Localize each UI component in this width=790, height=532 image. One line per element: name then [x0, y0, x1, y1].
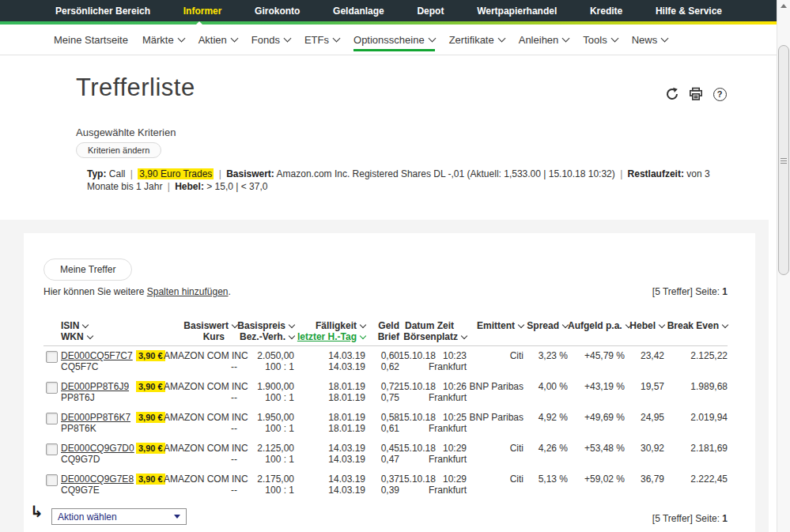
- kurs-value: --: [164, 454, 237, 465]
- basiswert-value: AMAZON COM INC: [164, 412, 237, 423]
- bezugsverhaeltnis-value: 100 : 1: [237, 423, 294, 434]
- subnav-optionsscheine[interactable]: Optionsscheine: [353, 25, 435, 55]
- change-criteria-button[interactable]: Kriterien ändern: [76, 142, 161, 158]
- basiswert-value: AMAZON COM INC: [164, 381, 237, 392]
- subnav-fonds[interactable]: Fonds: [251, 25, 290, 55]
- price-badge: 3,90 €: [136, 474, 165, 485]
- refresh-icon[interactable]: [664, 86, 680, 102]
- subnav-anleihen[interactable]: Anleihen: [519, 25, 569, 55]
- kurs-value: --: [164, 361, 237, 372]
- brief-value: 0,62: [365, 361, 399, 372]
- column-header-emittent[interactable]: Emittent: [467, 320, 524, 346]
- wkn-label: PP8T6J: [61, 392, 134, 403]
- datum-value: 15.10.18: [399, 381, 436, 392]
- column-header-faelligkeit[interactable]: Fälligkeit letzter H.-Tag: [294, 320, 365, 346]
- subnav-meine-startseite[interactable]: Meine Startseite: [54, 25, 128, 55]
- brief-value: 0,39: [365, 485, 399, 496]
- zeit-value: 10:23: [443, 350, 467, 361]
- help-icon[interactable]: ?: [712, 86, 728, 102]
- geld-value: 0,45: [365, 443, 399, 454]
- active-sort-letzter-h-tag[interactable]: letzter H.-Tag: [297, 331, 357, 342]
- sort-chevron-icon: [659, 322, 665, 328]
- tab-meine-treffer[interactable]: Meine Treffer: [43, 258, 132, 281]
- isin-link[interactable]: DE000CQ9G7D0: [61, 443, 134, 454]
- criteria-hebel-label: Hebel:: [175, 181, 204, 192]
- results-section: Meine Treffer Hier können Sie weitere Sp…: [0, 220, 777, 532]
- subnav-news[interactable]: News: [632, 25, 668, 55]
- chevron-down-icon: [610, 35, 618, 43]
- add-columns-link[interactable]: Spalten hinzufügen: [147, 286, 229, 297]
- spread-value: 4,26 %: [524, 443, 568, 454]
- column-header-basiswert-kurs[interactable]: Basiswert Kurs: [164, 320, 237, 346]
- aufgeld-value: +43,19 %: [568, 381, 625, 392]
- page-toolbar: ?: [664, 86, 728, 102]
- isin-link[interactable]: DE000CQ5F7C7: [61, 350, 133, 361]
- secondary-navigation-bar: Meine Startseite Märkte Aktien Fonds ETF…: [0, 25, 777, 55]
- select-dropdown-icon: [174, 515, 180, 519]
- vertical-scrollbar[interactable]: [777, 0, 790, 532]
- scrollbar-up-icon[interactable]: [781, 4, 787, 8]
- boersenplatz-value: Frankfurt: [399, 485, 467, 496]
- subnav-etfs[interactable]: ETFs: [304, 25, 339, 55]
- row-checkbox[interactable]: [46, 474, 58, 486]
- datum-value: 15.10.18: [399, 412, 436, 423]
- wkn-label: CQ9G7D: [61, 454, 134, 465]
- subnav-maerkte[interactable]: Märkte: [142, 25, 184, 55]
- column-header-spread[interactable]: Spread: [524, 320, 568, 346]
- geld-value: 0,37: [365, 474, 399, 485]
- kurs-value: --: [164, 423, 237, 434]
- page-title: Trefferliste: [76, 74, 195, 102]
- table-row: DE000PP8T6J9 PP8T6J 3,90 € AMAZON COM IN…: [43, 377, 728, 408]
- row-checkbox[interactable]: [46, 413, 58, 424]
- faelligkeit-value: 14.03.19: [294, 443, 365, 454]
- topnav-persoenlicher-bereich[interactable]: Persönlicher Bereich: [55, 6, 150, 17]
- column-header-datum-boersenplatz[interactable]: Datum Zeit Börsenplatz: [399, 320, 467, 346]
- brief-value: 0,75: [365, 392, 399, 403]
- scrollbar-thumb[interactable]: [778, 45, 789, 275]
- spread-value: 5,13 %: [524, 474, 568, 485]
- geld-value: 0,60: [365, 350, 399, 361]
- bezugsverhaeltnis-value: 100 : 1: [237, 485, 294, 496]
- topnav-wertpapierhandel[interactable]: Wertpapierhandel: [477, 6, 557, 17]
- sort-chevron-icon: [86, 333, 93, 339]
- isin-link[interactable]: DE000PP8T6K7: [61, 412, 130, 423]
- break-even-value: 2.222,45: [664, 474, 728, 485]
- trade-highlight-badge: 3,90 Euro Trades: [138, 168, 214, 179]
- zeit-value: 10:29: [443, 474, 467, 485]
- letzter-handelstag-value: 14.03.19: [294, 361, 365, 372]
- isin-link[interactable]: DE000CQ9G7E8: [61, 474, 134, 485]
- zeit-value: 10:29: [443, 443, 467, 454]
- print-icon[interactable]: [688, 86, 704, 102]
- topnav-hilfe-service[interactable]: Hilfe & Service: [656, 6, 722, 17]
- topnav-informer[interactable]: Informer: [183, 6, 222, 17]
- isin-link[interactable]: DE000PP8T6J9: [61, 381, 129, 392]
- topnav-depot[interactable]: Depot: [417, 6, 444, 17]
- chevron-down-icon: [284, 35, 292, 43]
- geld-value: 0,72: [365, 381, 399, 392]
- basiswert-value: AMAZON COM INC: [164, 350, 237, 361]
- column-header-break-even[interactable]: Break Even: [664, 320, 728, 346]
- column-header-basispreis[interactable]: Basispreis Bez.-Verh.: [237, 320, 294, 346]
- boersenplatz-value: Frankfurt: [399, 392, 467, 403]
- price-badge: 3,90 €: [136, 443, 165, 454]
- subnav-zertifikate[interactable]: Zertifikate: [449, 25, 505, 55]
- row-checkbox[interactable]: [46, 382, 58, 394]
- column-header-aufgeld[interactable]: Aufgeld p.a.: [568, 320, 625, 346]
- topnav-geldanlage[interactable]: Geldanlage: [333, 6, 384, 17]
- results-tbody: DE000CQ5F7C7 CQ5F7C 3,90 € AMAZON COM IN…: [43, 346, 728, 501]
- topnav-girokonto[interactable]: Girokonto: [255, 6, 300, 17]
- subnav-tools[interactable]: Tools: [583, 25, 617, 55]
- subnav-aktien[interactable]: Aktien: [198, 25, 237, 55]
- hebel-value: 24,95: [625, 412, 664, 423]
- criteria-hebel-value: > 15,0 | < 37,0: [206, 181, 267, 192]
- criteria-typ-value: Call: [109, 168, 126, 179]
- table-row: DE000PP8T6K7 PP8T6K 3,90 € AMAZON COM IN…: [43, 408, 728, 439]
- faelligkeit-value: 18.01.19: [294, 412, 365, 423]
- row-checkbox[interactable]: [46, 443, 58, 455]
- topnav-kredite[interactable]: Kredite: [590, 6, 622, 17]
- column-header-isin-wkn[interactable]: ISIN WKN: [61, 320, 134, 346]
- letzter-handelstag-value: 14.03.19: [294, 485, 365, 496]
- row-checkbox[interactable]: [46, 351, 58, 363]
- scrollbar-grip-icon: [781, 158, 787, 164]
- action-select[interactable]: Aktion wählen: [51, 508, 187, 525]
